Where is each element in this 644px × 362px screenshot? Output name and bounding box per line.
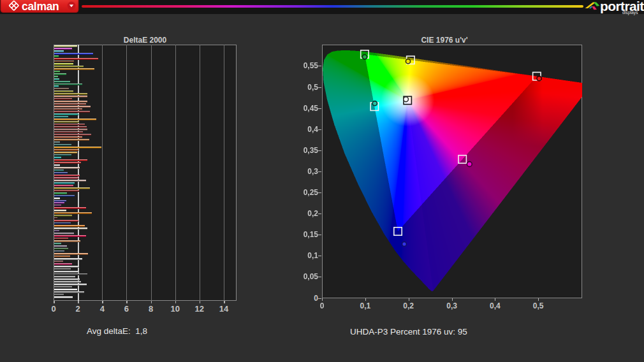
svg-text:displays: displays bbox=[622, 10, 638, 15]
svg-text:calman: calman bbox=[22, 0, 59, 13]
